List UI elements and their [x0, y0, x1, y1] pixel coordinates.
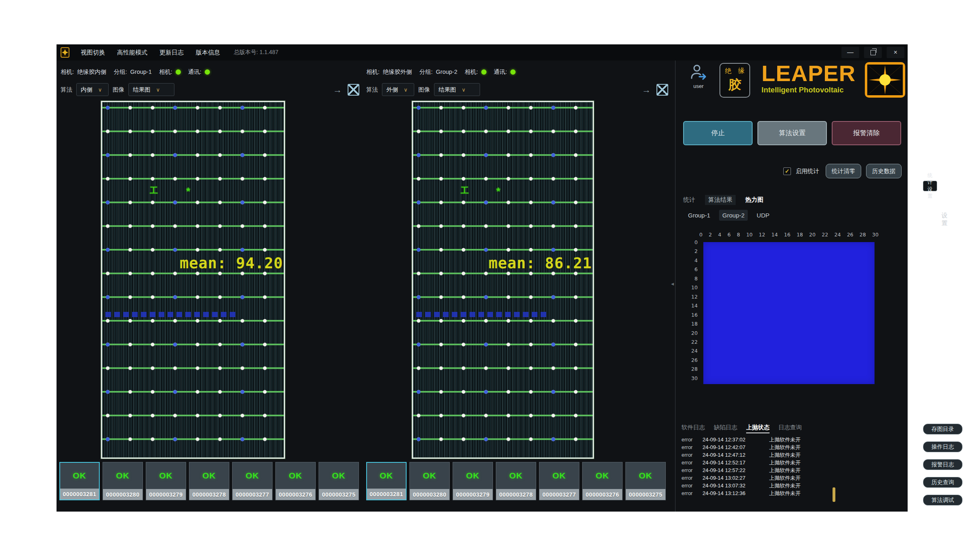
result-tile[interactable]: OK0000003280 [103, 462, 143, 500]
enable-statistics-checkbox[interactable]: ✓ [783, 167, 791, 175]
log-row: error24-09-14 12:37:02上抛软件未开 [682, 437, 871, 443]
pv-panel-image-right[interactable]: mean: 86.21 工 * [412, 101, 594, 459]
log-tab[interactable]: 软件日志 [682, 424, 705, 433]
result-tile[interactable]: OK0000003280 [409, 462, 450, 500]
tile-status-label: OK [367, 463, 406, 489]
controls-left: 算法 内侧 ∨ 图像 结果图 ∨ [61, 83, 174, 96]
menu-item-0[interactable]: 视图切换 [81, 49, 105, 56]
image-select[interactable]: 结果图 ∨ [434, 83, 480, 96]
tile-serial-label: 0000003279 [146, 489, 186, 500]
result-tile[interactable]: OK0000003275 [625, 462, 666, 500]
heatmap-settings-button[interactable]: 设置 [942, 212, 948, 227]
alarm-clear-button[interactable]: 报警清除 [832, 121, 901, 145]
tab-heatmap[interactable]: 热力图 [744, 195, 765, 205]
history-data-button[interactable]: 历史数据 [866, 164, 902, 178]
chevron-down-icon: ∨ [156, 87, 160, 93]
brand-block: LEAPER Intelligent Photovoltaic [761, 64, 866, 94]
algo-select[interactable]: 内侧 ∨ [76, 83, 109, 96]
fullscreen-icon[interactable] [656, 84, 668, 96]
log-tab[interactable]: 日志查询 [778, 424, 802, 433]
close-button[interactable]: × [887, 47, 904, 58]
result-tile[interactable]: OK0000003281 [59, 462, 100, 500]
log-level: error [682, 437, 703, 443]
tile-serial-label: 0000003280 [410, 489, 449, 500]
tab-algorithm-results[interactable]: 算法结果 [705, 195, 736, 205]
restore-button[interactable] [864, 47, 882, 58]
tab-group-2[interactable]: Group-2 [719, 210, 748, 221]
log-message: 上抛软件未开 [769, 490, 801, 497]
heatmap-x-tick: 24 [834, 232, 841, 238]
tab-statistics[interactable]: 统计 [682, 195, 697, 205]
menu-item-1[interactable]: 高性能模式 [117, 49, 147, 56]
heatmap-y-tick: 20 [691, 330, 698, 336]
image-select[interactable]: 结果图 ∨ [128, 83, 174, 96]
collapse-handle-icon[interactable]: ◂ [671, 280, 674, 287]
side-button-0[interactable]: 存图目录 [923, 424, 963, 435]
algorithm-settings-button[interactable]: 算法设置 [757, 121, 827, 145]
group-label: 分组: [419, 68, 433, 76]
result-tile[interactable]: OK0000003279 [453, 462, 493, 500]
menu-item-2[interactable]: 更新日志 [159, 49, 184, 56]
tile-serial-label: 0000003276 [583, 489, 622, 500]
menu-item-3[interactable]: 版本信息 [196, 49, 220, 56]
heatmap-x-tick: 10 [746, 232, 753, 238]
tab-udp[interactable]: UDP [753, 210, 773, 221]
tile-status-label: OK [103, 462, 143, 489]
tile-status-label: OK [496, 462, 536, 489]
heatmap-y-tick: 8 [694, 276, 698, 282]
user-block[interactable]: user [687, 64, 710, 89]
tile-serial-label: 0000003278 [189, 489, 229, 500]
defect-mark: 工 [150, 185, 158, 196]
heatmap-y-tick: 22 [691, 339, 698, 345]
side-button-2[interactable]: 报警日志 [923, 459, 963, 470]
pv-panel-image-left[interactable]: mean: 94.20 工 * [101, 101, 285, 459]
chevron-down-icon: ∨ [404, 87, 408, 93]
side-button-4[interactable]: 算法调试 [923, 495, 963, 506]
result-tile[interactable]: OK0000003278 [496, 462, 536, 500]
heatmap-x-tick: 28 [860, 232, 866, 238]
camera-label: 相机: [366, 68, 380, 76]
tile-serial-label: 0000003275 [319, 489, 359, 500]
heatmap-plot[interactable] [703, 242, 875, 384]
statistics-clear-button[interactable]: 统计清零 [826, 164, 861, 178]
result-tile[interactable]: OK0000003278 [189, 462, 229, 500]
fullscreen-icon[interactable] [348, 84, 359, 96]
statistics-settings-button[interactable]: 统计设置 [923, 181, 937, 191]
stop-button[interactable]: 停止 [683, 121, 753, 145]
defect-mark: 工 [461, 185, 469, 196]
send-arrow-icon[interactable]: → [642, 86, 651, 94]
side-button-3[interactable]: 历史查询 [923, 477, 963, 488]
send-arrow-icon[interactable]: → [333, 86, 342, 94]
camera-info-right: 相机: 绝缘胶外侧 分组: Group-2 相机: 通讯: [366, 67, 516, 77]
camera-status-label: 相机: [159, 68, 172, 76]
result-tile[interactable]: OK0000003275 [319, 462, 359, 500]
result-tile[interactable]: OK0000003277 [539, 462, 579, 500]
log-level: error [682, 452, 703, 459]
result-tile[interactable]: OK0000003276 [275, 462, 316, 500]
log-time: 24-09-14 12:52:17 [703, 460, 769, 466]
chevron-down-icon: ∨ [98, 87, 102, 93]
result-tile[interactable]: OK0000003279 [146, 462, 186, 500]
result-tile[interactable]: OK0000003281 [366, 462, 407, 500]
tile-serial-label: 0000003275 [626, 489, 665, 500]
tab-group-1[interactable]: Group-1 [685, 210, 713, 221]
log-tabs: 软件日志缺陷日志上抛状态日志查询 [682, 424, 802, 433]
log-row: error24-09-14 12:42:07上抛软件未开 [682, 444, 871, 451]
minimize-button[interactable]: — [841, 47, 859, 58]
log-scrollbar-thumb[interactable] [833, 487, 835, 502]
result-tile[interactable]: OK0000003277 [232, 462, 273, 500]
log-level: error [682, 444, 703, 451]
log-row: error24-09-14 12:47:12上抛软件未开 [682, 452, 871, 459]
heatmap-x-tick: 26 [847, 232, 854, 238]
heatmap-y-tick: 2 [694, 248, 698, 254]
log-message: 上抛软件未开 [769, 452, 801, 459]
log-tab[interactable]: 缺陷日志 [714, 424, 737, 433]
result-tile[interactable]: OK0000003276 [582, 462, 623, 500]
log-list[interactable]: error24-09-14 12:37:02上抛软件未开error24-09-1… [682, 437, 871, 497]
side-button-1[interactable]: 操作日志 [923, 441, 963, 452]
algo-label: 算法 [366, 86, 378, 94]
log-tab[interactable]: 上抛状态 [746, 424, 770, 433]
log-message: 上抛软件未开 [769, 475, 801, 482]
algo-select[interactable]: 外侧 ∨ [382, 83, 414, 96]
log-level: error [682, 467, 703, 474]
